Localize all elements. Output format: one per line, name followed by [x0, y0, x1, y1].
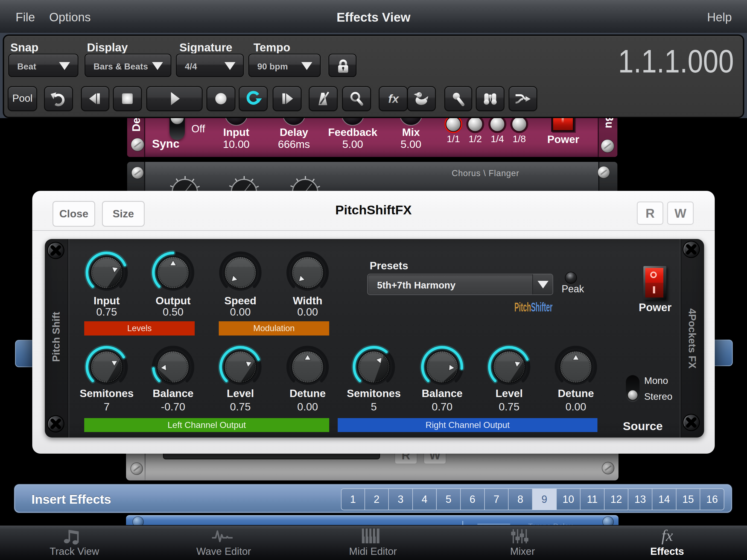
svg-text:fx: fx — [662, 527, 673, 544]
svg-text:fx: fx — [388, 92, 399, 105]
